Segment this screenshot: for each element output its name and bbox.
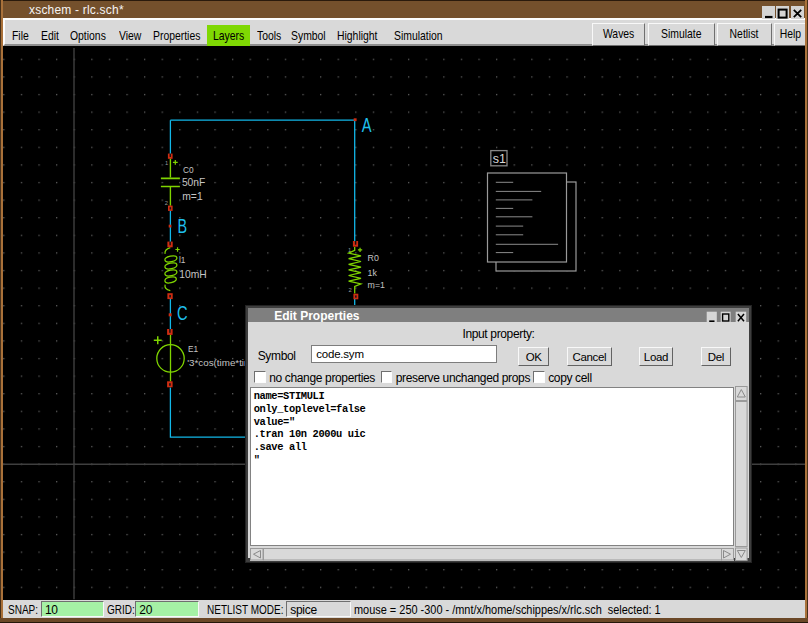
- svg-text:1: 1: [348, 247, 351, 253]
- svg-text:A: A: [362, 114, 372, 136]
- svg-text:'3*cos(time*tim: '3*cos(time*tim: [187, 357, 252, 368]
- svg-text:C0: C0: [183, 165, 194, 175]
- svg-text:B: B: [178, 215, 188, 237]
- svg-text:C: C: [177, 302, 188, 324]
- svg-text:s1: s1: [493, 152, 506, 166]
- svg-text:l1: l1: [179, 255, 186, 265]
- svg-text:m=1: m=1: [368, 280, 385, 290]
- svg-text:1: 1: [165, 160, 168, 166]
- svg-text:m=1: m=1: [182, 191, 203, 202]
- svg-text:2: 2: [165, 200, 168, 206]
- svg-text:1k: 1k: [368, 268, 378, 278]
- svg-text:E1: E1: [188, 344, 199, 354]
- svg-text:50nF: 50nF: [182, 177, 205, 188]
- svg-text:R0: R0: [368, 253, 379, 263]
- svg-text:2: 2: [349, 287, 352, 293]
- svg-text:10mH: 10mH: [179, 269, 206, 280]
